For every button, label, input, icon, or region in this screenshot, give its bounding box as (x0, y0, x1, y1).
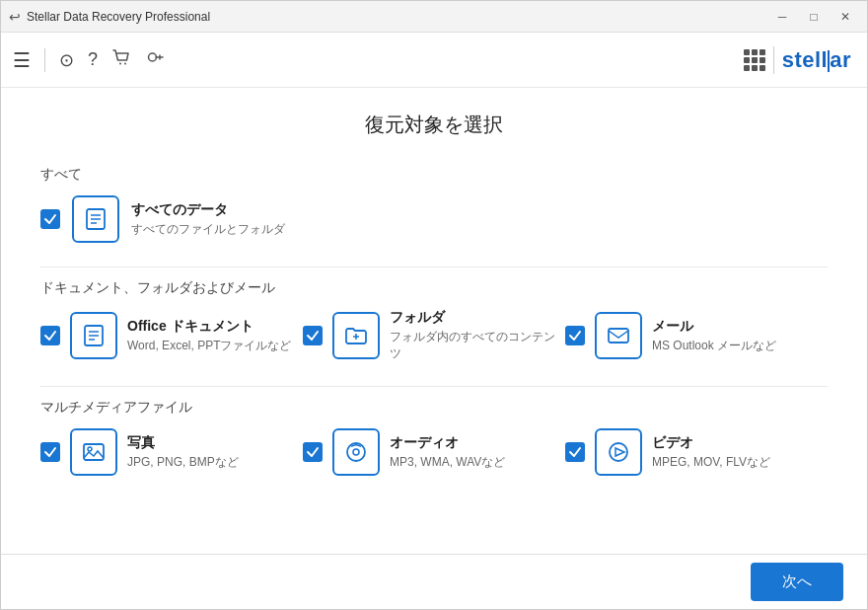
media-items-row: 写真 JPG, PNG, BMPなど オーディオ (40, 428, 828, 476)
svg-marker-19 (615, 448, 624, 456)
folder-subtitle: フォルダ内のすべてのコンテンツ (390, 329, 565, 362)
photo-icon-box (70, 428, 117, 476)
stellar-logo-text: stellar (782, 47, 851, 73)
svg-rect-14 (84, 444, 104, 460)
office-text: Office ドキュメント Word, Excel, PPTファイルなど (127, 318, 291, 354)
next-button[interactable]: 次へ (751, 563, 843, 601)
main-content: 復元対象を選択 すべて すべてのデータ すべてのファイルとフォルダ (1, 88, 867, 554)
folder-item: フォルダ フォルダ内のすべてのコンテンツ (303, 309, 565, 362)
video-checkbox[interactable] (565, 442, 585, 462)
folder-checkbox[interactable] (303, 326, 323, 345)
photo-text: 写真 JPG, PNG, BMPなど (127, 434, 239, 471)
footer: 次へ (1, 554, 867, 609)
history-icon[interactable]: ⊙ (59, 49, 74, 71)
logo-divider (773, 46, 774, 74)
audio-subtitle: MP3, WMA, WAVなど (390, 454, 505, 471)
title-bar-controls: ─ □ ✕ (768, 7, 859, 27)
audio-icon-box (332, 428, 380, 476)
photo-item: 写真 JPG, PNG, BMPなど (40, 428, 303, 476)
folder-text: フォルダ フォルダ内のすべてのコンテンツ (390, 309, 565, 362)
media-section: マルチメディアファイル 写真 JPG, PNG, BMPなど (40, 399, 828, 476)
office-icon-box (70, 312, 117, 359)
all-data-icon-box (72, 195, 119, 243)
all-data-title: すべてのデータ (131, 201, 285, 219)
top-bar: ☰ ⊙ ? stellar (1, 33, 867, 88)
close-button[interactable]: ✕ (832, 7, 859, 27)
menu-icon[interactable]: ☰ (13, 48, 31, 72)
svg-point-1 (124, 63, 126, 65)
grid-icon (744, 49, 765, 71)
doc-section-label: ドキュメント、フォルダおよびメール (40, 279, 828, 297)
svg-point-0 (119, 63, 121, 65)
office-subtitle: Word, Excel, PPTファイルなど (127, 338, 291, 354)
key-icon[interactable] (145, 47, 165, 72)
mail-subtitle: MS Outlook メールなど (652, 338, 776, 354)
mail-item: メール MS Outlook メールなど (565, 309, 828, 362)
video-icon-box (595, 428, 642, 476)
audio-checkbox[interactable] (303, 442, 323, 462)
audio-item: オーディオ MP3, WMA, WAVなど (303, 428, 565, 476)
photo-checkbox[interactable] (40, 442, 60, 462)
minimize-button[interactable]: ─ (768, 7, 796, 27)
doc-items-row: Office ドキュメント Word, Excel, PPTファイルなど (40, 309, 828, 362)
cart-icon[interactable] (111, 47, 131, 72)
office-title: Office ドキュメント (127, 318, 291, 336)
office-item: Office ドキュメント Word, Excel, PPTファイルなど (40, 309, 303, 362)
nav-divider (44, 48, 45, 72)
title-bar: ↩ Stellar Data Recovery Professional ─ □… (1, 1, 867, 33)
office-checkbox[interactable] (40, 326, 60, 345)
maximize-button[interactable]: □ (800, 7, 828, 27)
page-title: 復元対象を選択 (40, 112, 828, 138)
all-data-item: すべてのデータ すべてのファイルとフォルダ (40, 195, 828, 243)
svg-point-17 (353, 449, 359, 455)
svg-rect-13 (609, 329, 628, 343)
svg-point-16 (347, 443, 365, 461)
photo-title: 写真 (127, 434, 239, 452)
app-back-icon: ↩ (9, 9, 21, 25)
separator-2 (40, 386, 828, 387)
mail-icon-box (595, 312, 642, 359)
folder-title: フォルダ (390, 309, 565, 327)
audio-text: オーディオ MP3, WMA, WAVなど (390, 434, 505, 471)
video-subtitle: MPEG, MOV, FLVなど (652, 454, 770, 471)
all-data-section: すべて すべてのデータ すべてのファイルとフォルダ (40, 166, 828, 243)
doc-section: ドキュメント、フォルダおよびメール Office ドキュメント (40, 279, 828, 362)
top-bar-right: stellar (744, 46, 851, 74)
all-data-subtitle: すべてのファイルとフォルダ (131, 221, 285, 238)
all-data-checkbox[interactable] (40, 209, 60, 229)
mail-checkbox[interactable] (565, 326, 585, 345)
media-section-label: マルチメディアファイル (40, 399, 828, 417)
title-bar-title: Stellar Data Recovery Professional (27, 10, 210, 24)
help-icon[interactable]: ? (88, 49, 98, 70)
all-section-label: すべて (40, 166, 828, 184)
svg-point-15 (88, 447, 92, 451)
audio-title: オーディオ (390, 434, 505, 452)
folder-icon-box (332, 312, 380, 359)
mail-title: メール (652, 318, 776, 336)
top-bar-left: ☰ ⊙ ? (13, 47, 165, 72)
all-data-text: すべてのデータ すべてのファイルとフォルダ (131, 201, 285, 238)
title-bar-left: ↩ Stellar Data Recovery Professional (9, 9, 210, 25)
video-item: ビデオ MPEG, MOV, FLVなど (565, 428, 828, 476)
video-text: ビデオ MPEG, MOV, FLVなど (652, 434, 770, 471)
mail-text: メール MS Outlook メールなど (652, 318, 776, 354)
video-title: ビデオ (652, 434, 770, 452)
separator-1 (40, 267, 828, 267)
photo-subtitle: JPG, PNG, BMPなど (127, 454, 239, 471)
